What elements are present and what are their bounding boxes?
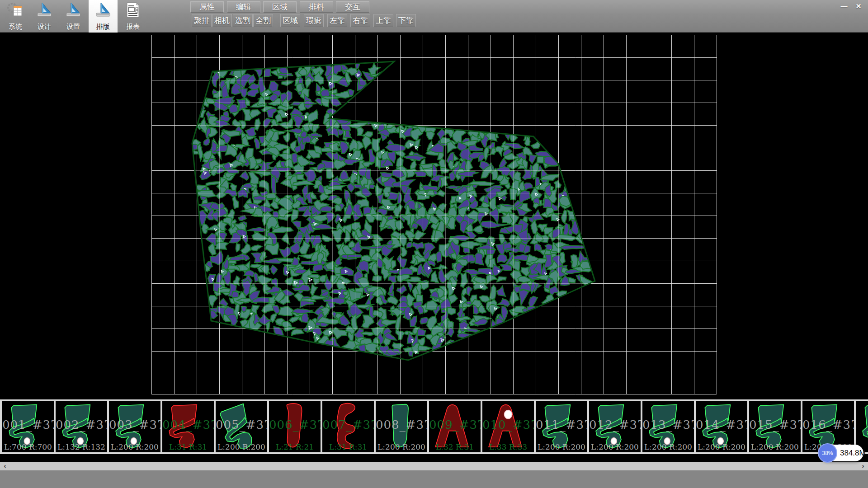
menu-button-2[interactable]: 编辑: [227, 1, 260, 13]
status-bar: [0, 470, 868, 488]
app-tab-label: 设置: [59, 23, 88, 31]
close-button[interactable]: ✕: [852, 2, 865, 11]
piece-shape: [322, 401, 374, 452]
app-tab-1[interactable]: 系统: [1, 0, 30, 33]
piece-thumbnail-6[interactable]: 006_#37L:21 R:21: [269, 401, 321, 452]
piece-shape: [696, 401, 747, 452]
piece-thumbnail-strip: 001_#37L:700 R:700002_#37L:132 R:132003_…: [0, 399, 868, 454]
tool-button-3[interactable]: 选割: [233, 14, 253, 27]
minimize-button[interactable]: —: [837, 2, 851, 11]
menu-button-5[interactable]: 交互: [336, 1, 369, 13]
app-tab-4[interactable]: 排版: [89, 0, 118, 33]
piece-shape: [482, 401, 534, 452]
set-square-icon: [65, 2, 82, 19]
piece-shape: [269, 401, 321, 452]
piece-thumbnail-10[interactable]: 010_#37L:33 R:33: [482, 401, 534, 452]
menu-button-3[interactable]: 区域: [263, 1, 297, 13]
piece-shape: [216, 401, 267, 452]
tool-button-6[interactable]: 瑕疵: [304, 14, 324, 27]
tool-button-1[interactable]: 聚排: [192, 14, 212, 27]
piece-thumbnail-12[interactable]: 012_#37L:200 R:200: [589, 401, 641, 452]
app-tab-label: 排版: [89, 23, 118, 31]
piece-thumbnail-9[interactable]: 009_#37L:32 R:31: [429, 401, 481, 452]
set-square-icon: [36, 2, 53, 19]
piece-thumbnail-15[interactable]: 015_#37L:200 R:200: [749, 401, 801, 452]
nesting-canvas[interactable]: [0, 33, 868, 399]
menu-button-4[interactable]: 排料: [300, 1, 333, 13]
piece-thumbnail-13[interactable]: 013_#37L:200 R:200: [642, 401, 694, 452]
menu-button-1[interactable]: 属性: [190, 1, 224, 13]
app-tab-label: 系统: [1, 23, 30, 31]
memory-amount-label: 384.8M: [840, 445, 866, 461]
piece-shape: [162, 401, 214, 452]
piece-shape: [109, 401, 160, 452]
tool-button-10[interactable]: 下靠: [396, 14, 416, 27]
piece-thumbnail-5[interactable]: 005_#37L:200 R:200: [216, 401, 267, 452]
scroll-right-arrow-icon[interactable]: ›: [859, 462, 867, 470]
tool-button-8[interactable]: 右靠: [350, 14, 370, 27]
piece-thumbnail-4[interactable]: 004_#37L:31 R:31: [162, 401, 214, 452]
tool-button-5[interactable]: 区域: [280, 14, 300, 27]
tool-button-2[interactable]: 相机: [212, 14, 232, 27]
app-tab-2[interactable]: 设计: [30, 0, 59, 33]
report-icon: [124, 2, 142, 19]
tool-button-9[interactable]: 上靠: [373, 14, 393, 27]
app-tab-5[interactable]: 报表: [118, 0, 147, 33]
piece-thumbnail-8[interactable]: 008_#37L:200 R:200: [376, 401, 427, 452]
piece-shape: [56, 401, 107, 452]
scroll-left-arrow-icon[interactable]: ‹: [1, 462, 9, 470]
app-tab-3[interactable]: 设置: [59, 0, 88, 33]
piece-shape: [642, 401, 694, 452]
tool-button-7[interactable]: 左靠: [327, 14, 347, 27]
app-tab-label: 设计: [30, 23, 59, 31]
piece-thumbnail-14[interactable]: 014_#37L:200 R:200: [696, 401, 747, 452]
piece-thumbnail-2[interactable]: 002_#37L:132 R:132: [56, 401, 107, 452]
tool-button-4[interactable]: 全割: [253, 14, 273, 27]
horizontal-scrollbar[interactable]: ‹ ›: [0, 462, 868, 470]
memory-status-pill: 38% 384.8M: [819, 445, 863, 461]
piece-shape: [2, 401, 54, 452]
system-gear-icon: [7, 2, 24, 19]
piece-shape: [749, 401, 801, 452]
piece-shape: [536, 401, 587, 452]
memory-percent-badge: 38%: [818, 443, 837, 463]
piece-thumbnail-11[interactable]: 011_#37L:200 R:200: [536, 401, 587, 452]
set-square-icon: [94, 2, 112, 19]
piece-thumbnail-3[interactable]: 003_#37L:200 R:200: [109, 401, 160, 452]
piece-shape: [376, 401, 427, 452]
piece-shape: [429, 401, 481, 452]
piece-thumbnail-1[interactable]: 001_#37L:700 R:700: [2, 401, 54, 452]
piece-shape: [589, 401, 641, 452]
titlebar: 系统设计设置排版报表 属性编辑区域排料交互 聚排相机选割全割区域瑕疵左靠右靠上靠…: [0, 0, 868, 33]
app-tab-label: 报表: [118, 23, 147, 31]
piece-thumbnail-7[interactable]: 007_#37L:31 R:31: [322, 401, 374, 452]
